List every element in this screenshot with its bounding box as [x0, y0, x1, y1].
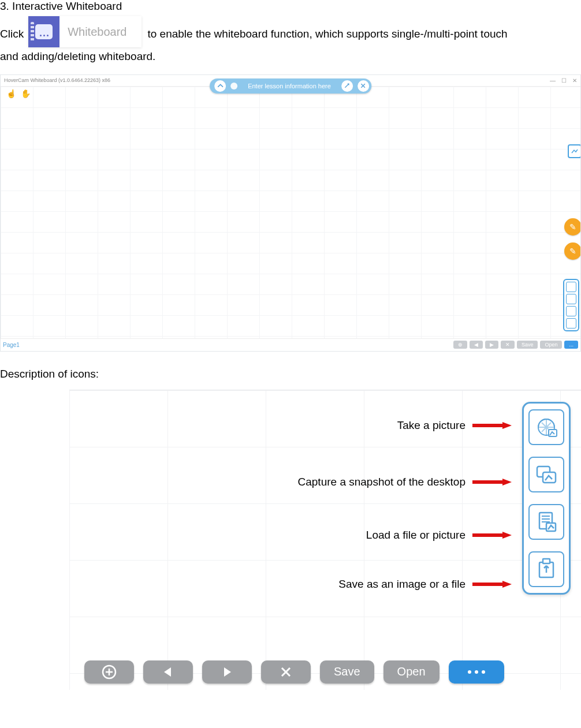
- arrow-icon: [471, 531, 512, 540]
- arrow-icon: [471, 580, 512, 589]
- load-file-button[interactable]: [528, 504, 564, 540]
- orange-tool-1-icon[interactable]: ✎: [564, 218, 581, 236]
- whiteboard-app-button[interactable]: Whiteboard: [28, 16, 141, 47]
- footer-delete-page-button[interactable]: ✕: [501, 341, 515, 349]
- edit-lesson-icon[interactable]: [341, 80, 353, 92]
- save-as-button[interactable]: [528, 551, 564, 587]
- callout-load-file-label: Load a file or picture: [366, 529, 465, 542]
- svg-marker-14: [502, 479, 512, 486]
- mini-save-as-icon[interactable]: [566, 318, 576, 328]
- prev-page-button[interactable]: [143, 660, 193, 684]
- callout-save-as: Save as an image or a file: [338, 578, 512, 591]
- next-page-button[interactable]: [202, 660, 252, 684]
- callout-take-picture-label: Take a picture: [397, 419, 465, 432]
- svg-rect-10: [543, 559, 550, 563]
- mini-take-picture-icon[interactable]: [566, 282, 576, 292]
- window-title: HoverCam Whiteboard (v1.0.6464.22263) x8…: [4, 77, 110, 83]
- footer-prev-page-button[interactable]: ◀: [470, 341, 483, 349]
- svg-rect-8: [546, 523, 556, 531]
- close-window-icon[interactable]: ✕: [572, 77, 577, 84]
- take-picture-button[interactable]: [528, 409, 564, 445]
- touch-mode-icons: ☝ ✋: [6, 89, 31, 98]
- window-controls: — ☐ ✕: [550, 77, 577, 84]
- intro-line-1: Click Whiteboard to enable the whiteboar…: [0, 16, 581, 47]
- more-icon: [468, 670, 485, 674]
- record-indicator-icon: [230, 83, 237, 89]
- collapse-up-icon[interactable]: [214, 80, 226, 92]
- footer-more-button[interactable]: ...: [564, 341, 578, 349]
- multi-touch-icon[interactable]: ✋: [21, 89, 31, 98]
- orange-tool-2-icon[interactable]: ✎: [564, 242, 581, 260]
- intro-line-2: and adding/deleting whiteboard.: [0, 47, 581, 74]
- add-page-button[interactable]: [84, 660, 134, 684]
- lesson-info-bar[interactable]: Enter lesson information here: [210, 79, 371, 94]
- clipart-icon[interactable]: [568, 144, 581, 158]
- svg-marker-23: [224, 667, 231, 677]
- arrow-icon: [471, 421, 512, 430]
- svg-marker-22: [164, 667, 171, 677]
- save-button[interactable]: Save: [320, 660, 374, 684]
- mini-insert-panel: [563, 279, 579, 331]
- single-touch-icon[interactable]: ☝: [6, 89, 16, 98]
- section-heading: 3. Interactive Whiteboard: [0, 0, 581, 16]
- footer-add-page-button[interactable]: ⊕: [453, 341, 467, 349]
- capture-desktop-button[interactable]: [528, 457, 564, 492]
- icon-description-screenshot: Take a picture Capture a snapshot of the…: [69, 390, 581, 690]
- page-label: Page1: [3, 342, 20, 348]
- footer-open-button[interactable]: Open: [540, 341, 562, 349]
- whiteboard-footer: Page1 ⊕ ◀ ▶ ✕ Save Open ...: [1, 338, 580, 351]
- svg-marker-12: [502, 422, 512, 429]
- more-button[interactable]: [449, 660, 504, 684]
- close-lesson-bar-icon[interactable]: [357, 80, 369, 92]
- mini-capture-desktop-icon[interactable]: [566, 294, 576, 304]
- insert-panel: [522, 402, 571, 595]
- callout-save-as-label: Save as an image or a file: [338, 578, 465, 591]
- mini-load-file-icon[interactable]: [566, 306, 576, 316]
- footer-next-page-button[interactable]: ▶: [485, 341, 498, 349]
- svg-marker-18: [502, 581, 512, 588]
- maximize-icon[interactable]: ☐: [561, 77, 567, 84]
- lesson-info-placeholder[interactable]: Enter lesson information here: [242, 83, 337, 89]
- open-button[interactable]: Open: [383, 660, 440, 684]
- click-word: Click: [0, 27, 24, 47]
- svg-marker-16: [502, 532, 512, 539]
- callout-capture-desktop-label: Capture a snapshot of the desktop: [298, 476, 465, 488]
- whiteboard-button-label: Whiteboard: [59, 24, 126, 39]
- right-side-tools: ✎ ✎: [564, 144, 581, 260]
- arrow-icon: [471, 477, 512, 487]
- intro-after-button: to enable the whiteboard function, which…: [147, 27, 507, 47]
- minimize-icon[interactable]: —: [550, 77, 556, 84]
- callout-take-picture: Take a picture: [397, 419, 512, 432]
- svg-rect-3: [543, 472, 556, 483]
- description-of-icons-heading: Description of icons:: [0, 363, 581, 390]
- bottom-toolbar: Save Open: [69, 656, 581, 690]
- callout-capture-desktop: Capture a snapshot of the desktop: [298, 476, 512, 488]
- footer-save-button[interactable]: Save: [517, 341, 538, 349]
- whiteboard-app-screenshot: HoverCam Whiteboard (v1.0.6464.22263) x8…: [0, 74, 581, 352]
- callout-load-file: Load a file or picture: [366, 529, 512, 542]
- delete-page-button[interactable]: [261, 660, 311, 684]
- whiteboard-icon: [28, 16, 59, 47]
